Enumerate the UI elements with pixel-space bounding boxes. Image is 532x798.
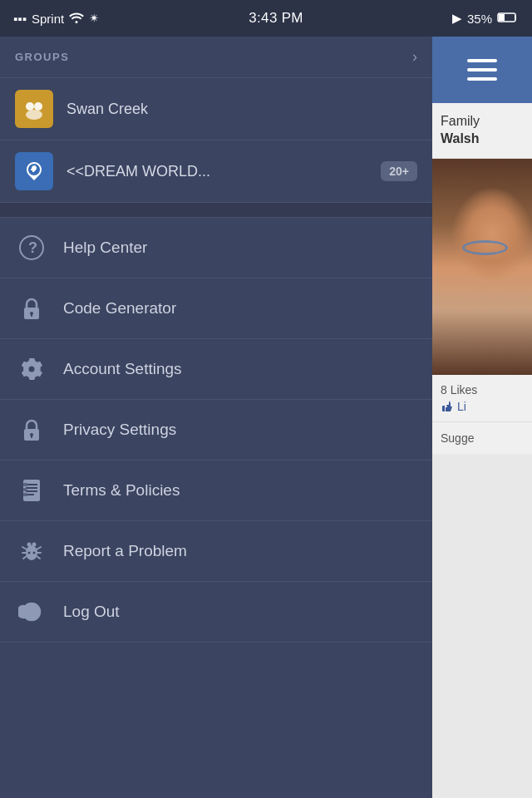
menu-item-terms-policies[interactable]: Terms & Policies (0, 461, 432, 521)
report-problem-label: Report a Problem (63, 542, 187, 560)
loading-icon: ✴ (89, 11, 100, 26)
groups-label: GROUPS (15, 51, 69, 63)
likes-count: 8 Likes (441, 383, 524, 397)
gear-icon (15, 352, 48, 386)
main-container: GROUPS › Swan Creek <<DREAM WOR (0, 37, 532, 798)
swan-creek-icon (15, 90, 53, 128)
menu-panel: GROUPS › Swan Creek <<DREAM WOR (0, 37, 432, 798)
family-label: Family (441, 114, 480, 128)
code-generator-label: Code Generator (63, 299, 176, 318)
privacy-settings-label: Privacy Settings (63, 421, 176, 439)
location-icon: ▶ (452, 11, 462, 26)
svg-point-26 (33, 552, 36, 554)
groups-arrow-icon: › (412, 48, 417, 66)
power-icon (15, 595, 48, 628)
carrier-label: Sprint (32, 12, 64, 26)
profile-photo (432, 159, 532, 375)
log-out-label: Log Out (63, 603, 120, 621)
menu-item-report-problem[interactable]: Report a Problem (0, 521, 432, 582)
like-button[interactable]: Li (441, 397, 524, 413)
svg-rect-15 (26, 484, 37, 485)
svg-text:?: ? (28, 239, 37, 256)
svg-point-4 (26, 110, 42, 120)
hamburger-line-2 (467, 68, 497, 71)
battery-label: 35% (467, 12, 492, 26)
walsh-label: Walsh (441, 131, 480, 145)
help-center-label: Help Center (63, 239, 147, 257)
battery-icon (497, 12, 519, 26)
groups-header[interactable]: GROUPS › (0, 37, 432, 78)
menu-item-log-out[interactable]: Log Out (0, 582, 432, 643)
svg-rect-13 (31, 435, 32, 438)
group-item-swan-creek[interactable]: Swan Creek (0, 78, 432, 140)
family-walsh-title: Family Walsh (441, 113, 524, 148)
group-item-dream-world[interactable]: <<DREAM WORLD... 20+ (0, 140, 432, 203)
menu-spacer (0, 203, 432, 218)
swan-creek-label: Swan Creek (66, 101, 417, 118)
question-icon: ? (15, 231, 48, 264)
right-panel: Family Walsh 8 Likes Li Sugge (432, 37, 532, 798)
menu-item-code-generator[interactable]: Code Generator (0, 278, 432, 339)
dream-world-label: <<DREAM WORLD... (66, 163, 374, 180)
menu-item-help-center[interactable]: ? Help Center (0, 218, 432, 278)
document-icon (15, 474, 48, 507)
wifi-icon (69, 12, 84, 26)
privacy-lock-icon (15, 413, 48, 446)
svg-rect-17 (26, 490, 37, 492)
like-label: Li (457, 400, 466, 413)
svg-rect-20 (23, 488, 27, 491)
dream-world-badge: 20+ (381, 161, 417, 181)
signal-icon: ▪▪▪ (13, 12, 27, 26)
svg-rect-1 (499, 14, 505, 21)
lock-icon (15, 292, 48, 325)
menu-item-account-settings[interactable]: Account Settings (0, 339, 432, 400)
likes-section: 8 Likes Li (432, 375, 532, 422)
hamburger-button[interactable] (432, 37, 532, 103)
svg-point-2 (26, 102, 34, 111)
account-settings-label: Account Settings (63, 360, 182, 378)
time-display: 3:43 PM (249, 10, 303, 27)
hamburger-line-3 (467, 77, 497, 81)
svg-point-10 (29, 367, 35, 372)
status-right: ▶ 35% (452, 11, 519, 26)
menu-item-privacy-settings[interactable]: Privacy Settings (0, 400, 432, 461)
family-walsh-card[interactable]: Family Walsh (432, 103, 532, 159)
svg-rect-9 (31, 313, 32, 317)
status-left: ▪▪▪ Sprint ✴ (13, 11, 100, 26)
dream-world-icon (15, 152, 53, 190)
svg-rect-21 (23, 493, 27, 496)
photo-overlay (432, 159, 532, 375)
suggest-text: Sugge (441, 431, 474, 445)
svg-point-25 (28, 552, 31, 554)
hamburger-line-1 (467, 59, 497, 62)
svg-rect-16 (26, 487, 37, 489)
terms-policies-label: Terms & Policies (63, 481, 180, 500)
hamburger-icon (467, 59, 497, 81)
bug-icon (15, 534, 48, 568)
svg-point-3 (34, 102, 42, 111)
suggest-section[interactable]: Sugge (432, 422, 532, 454)
svg-rect-19 (23, 483, 27, 486)
status-bar: ▪▪▪ Sprint ✴ 3:43 PM ▶ 35% (0, 0, 532, 37)
